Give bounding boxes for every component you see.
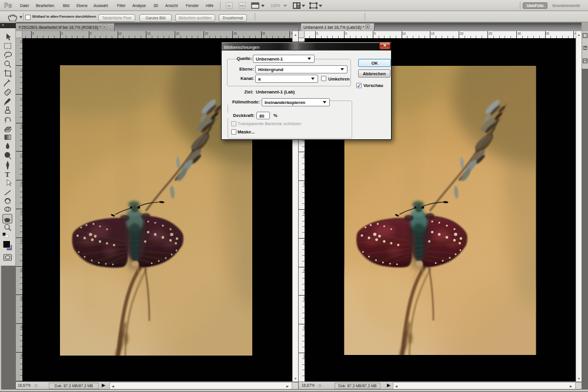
svg-text:T: T [5, 170, 10, 179]
